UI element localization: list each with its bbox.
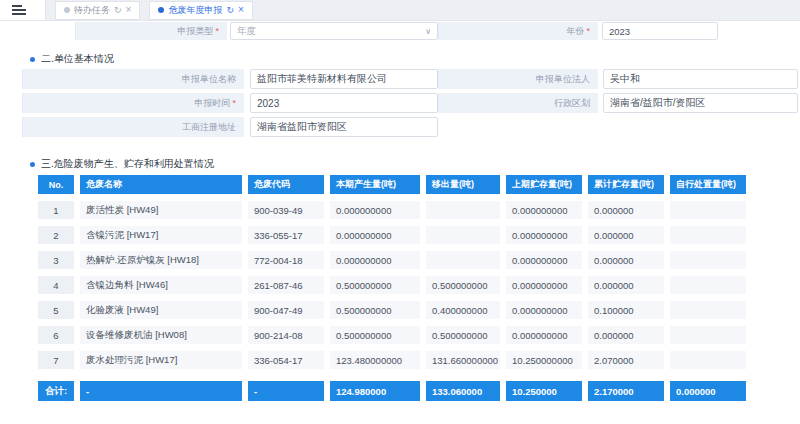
table-cell: 0.500000000 [330, 326, 420, 344]
row-number-cell: 5 [38, 301, 74, 319]
tab-status-dot [64, 7, 70, 13]
table-cell: 0.000000000 [506, 276, 582, 294]
table-row: 7废水处理污泥 [HW17]336-054-17123.480000000131… [38, 351, 800, 369]
table-cell [670, 201, 746, 219]
table-cell: 0.000000000 [506, 226, 582, 244]
table-cell: 0.500000000 [330, 276, 420, 294]
table-header-cell: 累计贮存量(吨) [588, 175, 664, 194]
text-input[interactable]: 益阳市菲美特新材料有限公司 [250, 69, 438, 89]
field-label: 年份 * [438, 22, 598, 40]
menu-toggle-icon[interactable] [0, 0, 46, 20]
required-asterisk: * [232, 98, 236, 108]
chevron-down-icon[interactable]: ∨ [425, 27, 431, 36]
table-cell: 0.000000 [588, 326, 664, 344]
table-cell: 0.000000 [588, 276, 664, 294]
field-label: 行政区划 [438, 93, 598, 113]
close-icon[interactable]: × [238, 5, 244, 15]
table-cell: 0.000000000 [330, 201, 420, 219]
table-total-row: 合计:--124.980000133.06000010.2500002.1700… [38, 381, 800, 401]
table-cell: 0.000000 [588, 251, 664, 269]
row-number-cell: 2 [38, 226, 74, 244]
section-unit-info-title: 二.单位基本情况 [30, 53, 800, 65]
table-cell: 化验废液 [HW49] [80, 301, 242, 319]
section-waste-title: 三.危险废物产生、贮存和利用处置情况 [30, 158, 800, 170]
declare-type-select[interactable]: 年度 ∨ [230, 22, 438, 40]
table-cell: 设备维修废机油 [HW08] [80, 326, 242, 344]
table-cell [670, 326, 746, 344]
select-value: 年度 [237, 25, 256, 38]
row-number-cell: 3 [38, 251, 74, 269]
table-cell: 0.000000000 [506, 301, 582, 319]
tab-label: 危废年度申报 [168, 4, 222, 17]
table-row: 3热解炉.还原炉镍灰 [HW18]772-004-180.0000000000.… [38, 251, 800, 269]
table-cell [426, 226, 500, 244]
table-cell: 2.070000 [588, 351, 664, 369]
refresh-icon[interactable]: ↻ [114, 5, 122, 15]
text-input[interactable]: 湖南省/益阳市/资阳区 [603, 93, 798, 113]
total-cell: - [248, 381, 324, 401]
table-cell: 0.000000000 [506, 326, 582, 344]
required-asterisk: * [215, 26, 219, 36]
table-row: 5化验废液 [HW49]900-047-490.5000000000.40000… [38, 301, 800, 319]
total-cell: - [80, 381, 242, 401]
table-cell: 10.250000000 [506, 351, 582, 369]
year-input[interactable]: 2023 [602, 22, 718, 40]
table-cell: 900-039-49 [248, 201, 324, 219]
total-cell: 10.250000 [506, 381, 582, 401]
table-cell: 热解炉.还原炉镍灰 [HW18] [80, 251, 242, 269]
tab-status-dot [158, 7, 164, 13]
table-cell: 0.100000 [588, 301, 664, 319]
text-input[interactable]: 吴中和 [603, 69, 798, 89]
table-cell: 336-055-17 [248, 226, 324, 244]
table-cell: 0.000000 [588, 201, 664, 219]
field-label: 申报类型 * [75, 22, 227, 40]
total-cell: 133.060000 [426, 381, 500, 401]
table-header-cell: 危废名称 [80, 175, 242, 194]
table-cell [426, 201, 500, 219]
table-cell: 0.400000000 [426, 301, 500, 319]
table-cell [426, 251, 500, 269]
table-cell: 772-004-18 [248, 251, 324, 269]
table-cell: 0.000000000 [330, 251, 420, 269]
table-row: 6设备维修废机油 [HW08]900-214-080.5000000000.50… [38, 326, 800, 344]
table-header-cell: 危废代码 [248, 175, 324, 194]
table-cell [670, 276, 746, 294]
app-window: 待办任务 ↻ × 危废年度申报 ↻ × 申报类型 * 年度 ∨ 年份 * 202… [0, 0, 800, 424]
tab-hazwaste-annual-report[interactable]: 危废年度申报 ↻ × [149, 1, 252, 20]
table-header-cell: No. [38, 175, 74, 194]
table-cell: 261-087-46 [248, 276, 324, 294]
row-number-cell: 6 [38, 326, 74, 344]
table-cell: 131.660000000 [426, 351, 500, 369]
table-cell: 0.000000000 [506, 251, 582, 269]
waste-table: No.危废名称危废代码本期产生量(吨)移出量(吨)上期贮存量(吨)累计贮存量(吨… [38, 175, 800, 369]
refresh-icon[interactable]: ↻ [226, 5, 234, 15]
form-row: 工商注册地址湖南省益阳市资阳区 [22, 117, 800, 137]
table-cell: 123.480000000 [330, 351, 420, 369]
table-cell: 0.500000000 [426, 276, 500, 294]
total-label-cell: 合计: [38, 381, 74, 401]
table-cell [670, 226, 746, 244]
table-header-cell: 本期产生量(吨) [330, 175, 420, 194]
table-cell [670, 251, 746, 269]
field-label: 申报单位名称 [22, 69, 244, 89]
table-header-cell: 上期贮存量(吨) [506, 175, 582, 194]
field-label: 申报单位法人 [438, 69, 598, 89]
bullet-icon [30, 162, 35, 167]
table-cell [670, 351, 746, 369]
table-cell: 900-047-49 [248, 301, 324, 319]
table-row: 4含镍边角料 [HW46]261-087-460.5000000000.5000… [38, 276, 800, 294]
unit-info-form: 申报单位名称益阳市菲美特新材料有限公司申报单位法人吴中和申报时间*2023行政区… [22, 69, 800, 137]
table-header-row: No.危废名称危废代码本期产生量(吨)移出量(吨)上期贮存量(吨)累计贮存量(吨… [38, 175, 800, 194]
close-icon[interactable]: × [126, 5, 132, 15]
text-input[interactable]: 2023 [250, 93, 438, 113]
tab-pending-tasks[interactable]: 待办任务 ↻ × [55, 1, 140, 20]
table-cell: 336-054-17 [248, 351, 324, 369]
table-cell: 0.500000000 [330, 301, 420, 319]
total-row: 合计:--124.980000133.06000010.2500002.1700… [38, 381, 800, 401]
tab-label: 待办任务 [74, 4, 110, 17]
table-cell: 0.000000000 [330, 226, 420, 244]
total-cell: 124.980000 [330, 381, 420, 401]
declare-type-row: 申报类型 * 年度 ∨ 年份 * 2023 [0, 22, 800, 40]
table-row: 2含镍污泥 [HW17]336-055-170.0000000000.00000… [38, 226, 800, 244]
text-input[interactable]: 湖南省益阳市资阳区 [250, 117, 438, 137]
